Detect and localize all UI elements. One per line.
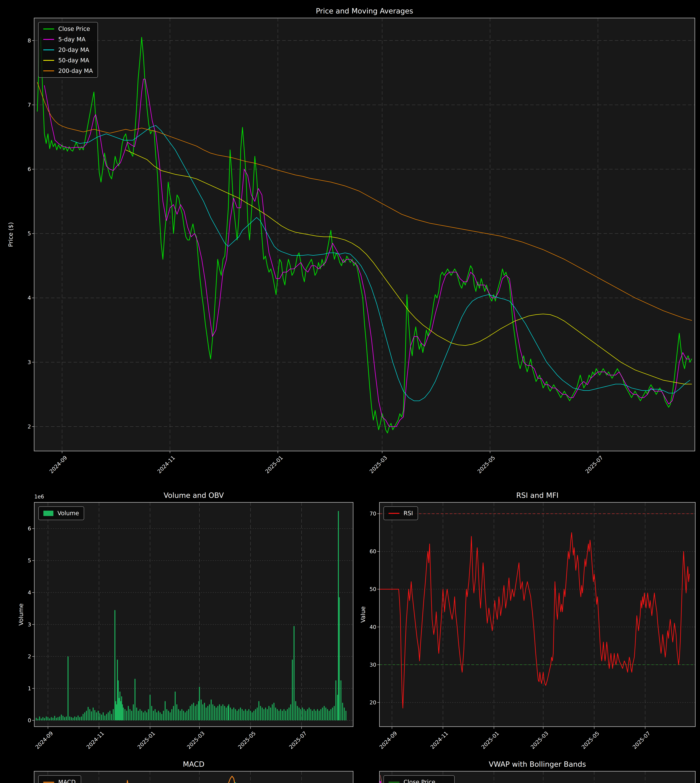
y-tick-label: 6 bbox=[28, 525, 31, 531]
volume-bar bbox=[195, 706, 196, 720]
volume-bar bbox=[317, 709, 318, 720]
volume-bar bbox=[273, 703, 274, 720]
x-tick-label: 2025-07 bbox=[288, 730, 308, 750]
volume-bar bbox=[78, 715, 78, 720]
volume-bar bbox=[126, 711, 127, 720]
macd-legend: MACDSignal bbox=[38, 775, 81, 783]
volume-bar bbox=[329, 711, 330, 720]
legend-label: 5-day MA bbox=[58, 36, 85, 43]
volume-bar bbox=[238, 709, 239, 720]
volume-bar bbox=[219, 705, 220, 720]
volume-bar bbox=[217, 706, 218, 720]
volume-bar bbox=[320, 709, 321, 720]
vwap-chart-title: VWAP with Bollinger Bands bbox=[489, 760, 586, 768]
volume-bar bbox=[190, 706, 191, 720]
volume-bar bbox=[206, 708, 207, 720]
legend-line-swatch bbox=[43, 28, 54, 30]
volume-bar bbox=[56, 718, 57, 720]
volume-bar bbox=[295, 701, 296, 721]
volume-bar bbox=[243, 711, 244, 720]
volume-bar bbox=[100, 713, 100, 720]
legend-item-close-price: Close Price bbox=[43, 25, 93, 32]
volume-bar bbox=[327, 709, 328, 720]
volume-bar bbox=[334, 706, 335, 720]
volume-bar bbox=[214, 706, 215, 720]
volume-bar bbox=[224, 706, 225, 720]
volume-bar bbox=[297, 706, 298, 720]
volume-bar bbox=[345, 711, 347, 720]
volume-bar bbox=[240, 708, 241, 720]
legend-item-volume: Volume bbox=[43, 510, 79, 516]
volume-bar bbox=[153, 711, 154, 720]
volume-bar bbox=[267, 709, 268, 720]
volume-bar bbox=[52, 718, 53, 720]
volume-bar bbox=[113, 709, 114, 720]
volume-bar bbox=[168, 711, 169, 720]
volume-bar bbox=[247, 711, 248, 720]
volume-bar bbox=[57, 717, 58, 720]
y-tick-label: 3 bbox=[28, 359, 31, 365]
volume-bar bbox=[305, 711, 306, 720]
volume-bar bbox=[185, 712, 186, 720]
volume-bar bbox=[141, 711, 142, 720]
plot-background bbox=[380, 502, 695, 726]
volume-bar bbox=[86, 711, 87, 720]
x-tick-label: 2025-01 bbox=[264, 455, 284, 475]
volume-bar bbox=[140, 709, 140, 720]
y-tick-label: 5 bbox=[28, 557, 31, 564]
volume-bar bbox=[101, 715, 102, 720]
y-tick-label: 8 bbox=[28, 37, 31, 44]
macd-plot-canvas bbox=[34, 771, 353, 783]
volume-bar bbox=[54, 716, 55, 720]
x-tick-label: 2024-09 bbox=[34, 730, 54, 750]
volume-bar bbox=[115, 701, 116, 721]
volume-bar bbox=[260, 706, 261, 720]
volume-bar bbox=[118, 680, 119, 720]
legend-line-swatch bbox=[388, 782, 400, 783]
volume-bar bbox=[315, 711, 316, 720]
volume-axis-offset-label: 1e6 bbox=[34, 493, 44, 500]
macd-chart-title: MACD bbox=[183, 760, 205, 768]
legend-item-close-price: Close Price bbox=[388, 779, 450, 783]
legend-line-swatch bbox=[43, 782, 54, 783]
volume-bar bbox=[287, 709, 288, 720]
volume-bar bbox=[37, 719, 38, 720]
y-tick-label: 30 bbox=[370, 661, 376, 668]
volume-bar bbox=[307, 709, 308, 720]
volume-bar bbox=[120, 701, 121, 721]
volume-bar bbox=[66, 716, 67, 721]
volume-bar bbox=[319, 711, 320, 720]
legend-patch-swatch bbox=[43, 511, 53, 516]
volume-bar bbox=[193, 703, 194, 720]
macd-chart: 0.20.0−0.2−0.4−0.62024-092024-112025-012… bbox=[34, 771, 353, 783]
x-tick-label: 2025-05 bbox=[580, 730, 600, 750]
volume-bar bbox=[150, 695, 150, 720]
volume-bar bbox=[41, 718, 42, 720]
volume-bar bbox=[47, 717, 48, 720]
y-tick-label: 2 bbox=[28, 423, 31, 430]
volume-bar bbox=[165, 701, 166, 721]
volume-bar bbox=[71, 717, 72, 720]
volume-legend: Volume bbox=[38, 506, 84, 520]
volume-bar bbox=[302, 708, 303, 720]
volume-bar bbox=[250, 711, 251, 720]
volume-bar bbox=[257, 708, 258, 720]
y-tick-label: 2 bbox=[28, 653, 31, 660]
legend-line-swatch bbox=[43, 50, 54, 50]
volume-bar bbox=[275, 708, 276, 720]
volume-bar bbox=[170, 712, 171, 720]
volume-bar bbox=[262, 708, 263, 720]
volume-bar bbox=[131, 711, 132, 720]
volume-bar bbox=[277, 709, 278, 720]
volume-bar bbox=[197, 705, 197, 720]
legend-label: MACD bbox=[58, 779, 76, 783]
volume-bar bbox=[293, 626, 295, 720]
plot-background bbox=[34, 18, 695, 451]
volume-bar bbox=[171, 709, 172, 720]
x-tick-label: 2025-07 bbox=[584, 455, 604, 475]
volume-bar bbox=[138, 711, 139, 720]
volume-bar bbox=[176, 705, 177, 720]
x-tick-label: 2025-03 bbox=[368, 455, 388, 475]
volume-plot-canvas bbox=[34, 502, 353, 726]
volume-bar bbox=[36, 718, 37, 720]
